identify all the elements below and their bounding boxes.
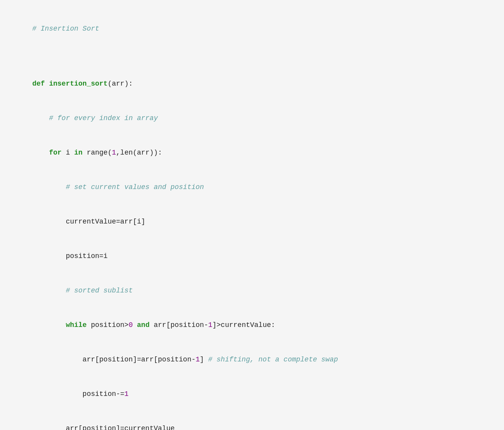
blank-line-1 — [16, 46, 488, 56]
line-for: for i in range(1,len(arr)): — [16, 136, 488, 170]
line-comment-header: # Insertion Sort — [16, 12, 488, 46]
line-comment-for: # for every index in array — [16, 101, 488, 136]
code-editor: # Insertion Sort def insertion_sort(arr)… — [0, 0, 504, 430]
line-arr-shift: arr[position]=arr[position-1] # shifting… — [16, 342, 488, 377]
line-comment-sorted: # sorted sublist — [16, 273, 488, 308]
line-def: def insertion_sort(arr): — [16, 67, 488, 101]
line-arr-assign: arr[position]=currentValue — [16, 411, 488, 430]
line-currentValue: currentValue=arr[i] — [16, 205, 488, 239]
line-while: while position>0 and arr[position-1]>cur… — [16, 308, 488, 342]
line-position: position=i — [16, 239, 488, 273]
line-comment-set: # set current values and position — [16, 170, 488, 205]
line-position-dec: position-=1 — [16, 377, 488, 411]
blank-line-2 — [16, 56, 488, 66]
